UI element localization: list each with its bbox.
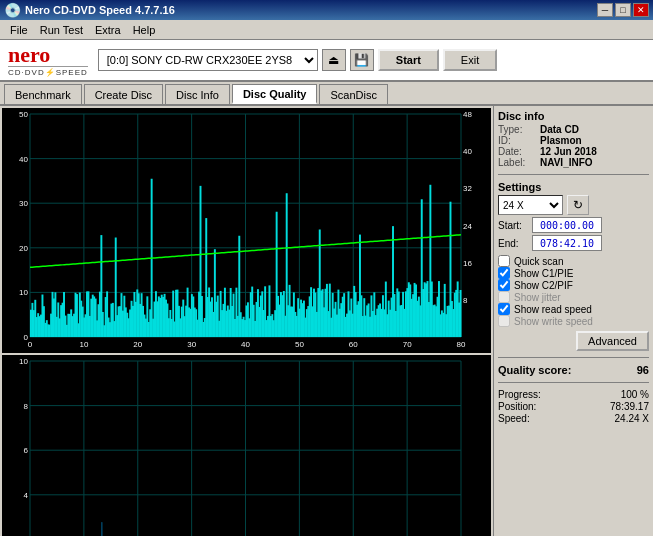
settings-section: Settings 24 X Max 4 X 8 X 16 X 32 X 40 X… [498, 181, 649, 351]
speed-label-stat: Speed: [498, 413, 530, 424]
divider-1 [498, 174, 649, 175]
eject-button[interactable]: ⏏ [322, 49, 346, 71]
divider-3 [498, 382, 649, 383]
show-write-speed-label: Show write speed [514, 316, 593, 327]
disc-info-section: Disc info Type: Data CD ID: Plasmon Date… [498, 110, 649, 168]
menu-run-test[interactable]: Run Test [34, 22, 89, 38]
speed-row-stat: Speed: 24.24 X [498, 413, 649, 424]
close-button[interactable]: ✕ [633, 3, 649, 17]
show-read-speed-row: Show read speed [498, 303, 649, 315]
disc-info-title: Disc info [498, 110, 649, 122]
position-row: Position: 78:39.17 [498, 401, 649, 412]
quality-section: Quality score: 96 [498, 364, 649, 376]
progress-label: Progress: [498, 389, 541, 400]
speed-select[interactable]: 24 X Max 4 X 8 X 16 X 32 X 40 X 48 X [498, 195, 563, 215]
start-label: Start: [498, 220, 528, 231]
menu-file[interactable]: File [4, 22, 34, 38]
show-write-speed-row: Show write speed [498, 315, 649, 327]
progress-row: Progress: 100 % [498, 389, 649, 400]
app-icon: 💿 [4, 2, 21, 18]
tabs-bar: Benchmark Create Disc Disc Info Disc Qua… [0, 82, 653, 106]
upper-chart [2, 108, 491, 353]
progress-value: 100 % [621, 389, 649, 400]
show-c1pie-checkbox[interactable] [498, 267, 510, 279]
title-bar: 💿 Nero CD-DVD Speed 4.7.7.16 ─ □ ✕ [0, 0, 653, 20]
show-c2pif-checkbox[interactable] [498, 279, 510, 291]
save-button[interactable]: 💾 [350, 49, 374, 71]
quick-scan-row: Quick scan [498, 255, 649, 267]
start-button[interactable]: Start [378, 49, 439, 71]
quick-scan-checkbox[interactable] [498, 255, 510, 267]
lower-chart [2, 355, 491, 536]
disc-label-row: Label: NAVI_INFO [498, 157, 649, 168]
end-time-input[interactable] [532, 235, 602, 251]
speed-value-stat: 24.24 X [615, 413, 649, 424]
tab-create-disc[interactable]: Create Disc [84, 84, 163, 104]
logo-sub: CD·DVD⚡SPEED [8, 66, 88, 77]
position-label: Position: [498, 401, 536, 412]
show-c1pie-row: Show C1/PIE [498, 267, 649, 279]
chart-panel: C1 Errors Average: 4.57 Maximum: 28 Tota… [0, 106, 493, 536]
quality-score-row: Quality score: 96 [498, 364, 649, 376]
divider-2 [498, 357, 649, 358]
show-read-speed-checkbox[interactable] [498, 303, 510, 315]
tab-scandisc[interactable]: ScanDisc [319, 84, 387, 104]
quality-score-label: Quality score: [498, 364, 571, 376]
advanced-row: Advanced [498, 331, 649, 351]
logo-nero: nero [8, 44, 88, 66]
show-jitter-label: Show jitter [514, 292, 561, 303]
show-c2pif-row: Show C2/PIF [498, 279, 649, 291]
logo-drive-bar: nero CD·DVD⚡SPEED [0:0] SONY CD-RW CRX23… [0, 40, 653, 82]
show-jitter-row: Show jitter [498, 291, 649, 303]
maximize-button[interactable]: □ [615, 3, 631, 17]
disc-id-row: ID: Plasmon [498, 135, 649, 146]
menu-extra[interactable]: Extra [89, 22, 127, 38]
drive-select[interactable]: [0:0] SONY CD-RW CRX230EE 2YS8 [98, 49, 318, 71]
main-content: C1 Errors Average: 4.57 Maximum: 28 Tota… [0, 106, 653, 536]
advanced-button[interactable]: Advanced [576, 331, 649, 351]
logo: nero CD·DVD⚡SPEED [8, 44, 88, 77]
window-controls: ─ □ ✕ [597, 3, 649, 17]
show-write-speed-checkbox[interactable] [498, 315, 510, 327]
quality-score-value: 96 [637, 364, 649, 376]
start-time-input[interactable] [532, 217, 602, 233]
end-label: End: [498, 238, 528, 249]
app-title: Nero CD-DVD Speed 4.7.7.16 [25, 4, 175, 16]
progress-section: Progress: 100 % Position: 78:39.17 Speed… [498, 389, 649, 425]
drive-select-area: [0:0] SONY CD-RW CRX230EE 2YS8 ⏏ 💾 Start… [98, 49, 645, 71]
settings-title: Settings [498, 181, 649, 193]
show-c2pif-label: Show C2/PIF [514, 280, 573, 291]
exit-button[interactable]: Exit [443, 49, 497, 71]
disc-type-row: Type: Data CD [498, 124, 649, 135]
checkboxes-section: Quick scan Show C1/PIE Show C2/PIF Show … [498, 255, 649, 327]
minimize-button[interactable]: ─ [597, 3, 613, 17]
speed-row: 24 X Max 4 X 8 X 16 X 32 X 40 X 48 X ↻ [498, 195, 649, 215]
tab-benchmark[interactable]: Benchmark [4, 84, 82, 104]
menu-bar: File Run Test Extra Help [0, 20, 653, 40]
right-panel: Disc info Type: Data CD ID: Plasmon Date… [493, 106, 653, 536]
quick-scan-label: Quick scan [514, 256, 563, 267]
menu-help[interactable]: Help [127, 22, 162, 38]
tab-disc-info[interactable]: Disc Info [165, 84, 230, 104]
show-read-speed-label: Show read speed [514, 304, 592, 315]
show-c1pie-label: Show C1/PIE [514, 268, 573, 279]
refresh-button[interactable]: ↻ [567, 195, 589, 215]
show-jitter-checkbox[interactable] [498, 291, 510, 303]
end-time-row: End: [498, 235, 649, 251]
disc-date-row: Date: 12 Jun 2018 [498, 146, 649, 157]
start-time-row: Start: [498, 217, 649, 233]
position-value: 78:39.17 [610, 401, 649, 412]
tab-disc-quality[interactable]: Disc Quality [232, 84, 318, 104]
